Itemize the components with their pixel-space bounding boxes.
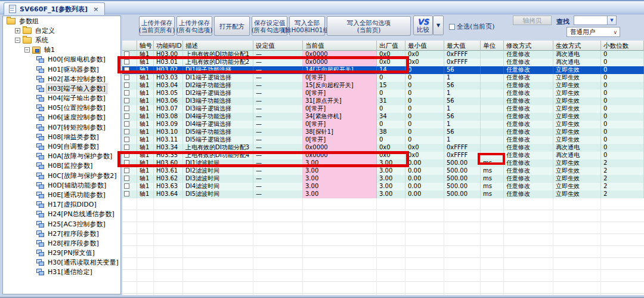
current-value-column-header[interactable]: 当前值 bbox=[303, 41, 377, 51]
tree-item-H24-PN总线通信参数-[interactable]: H24[PN总线通信参数] bbox=[3, 210, 120, 219]
table-row-H03.09[interactable]: 轴1H03.09DI4端子逻辑选择—0[常开]001任意修改立即生效0 bbox=[122, 121, 644, 128]
set-value-cell[interactable]: — bbox=[253, 175, 303, 183]
row-checkbox[interactable] bbox=[124, 75, 129, 80]
checkbox-icon[interactable] bbox=[449, 24, 455, 30]
tree-item-H00-伺服电机参数-[interactable]: H00[伺服电机参数] bbox=[3, 55, 120, 64]
tab-parameter-list[interactable]: SV660F_1[参数列表] × bbox=[4, 2, 105, 15]
table-row-H03.06[interactable]: 轴1H03.06DI3端子功能选择—31[原点开关]31056任意修改立即生效0 bbox=[122, 97, 644, 105]
select-all-checkbox[interactable]: 全选(当前页) bbox=[449, 22, 495, 31]
set-value-cell[interactable]: — bbox=[253, 191, 303, 198]
dropdown-arrow-icon[interactable]: ▼ bbox=[607, 16, 616, 24]
set-value-cell[interactable]: — bbox=[253, 128, 303, 136]
table-row-H03.64[interactable]: 轴1H03.64DI5滤波时间—3.003.000.00500.00ms任意修改… bbox=[122, 191, 644, 198]
compare-dropdown-button[interactable]: ▼ bbox=[433, 16, 444, 35]
tree-item-H06-速度控制参数-[interactable]: H06[速度控制参数] bbox=[3, 113, 120, 122]
tree-item-H0E-通讯功能参数-[interactable]: H0E[通讯功能参数] bbox=[3, 190, 120, 199]
write-all-button[interactable]: 写入全部(除H00和H01组) bbox=[289, 16, 325, 36]
row-checkbox[interactable] bbox=[124, 90, 129, 96]
row-checkbox[interactable] bbox=[124, 176, 129, 181]
effect-mode-column-header[interactable]: 生效方式 bbox=[553, 41, 601, 51]
table-row-H03.63[interactable]: 轴1H03.63DI4滤波时间—3.003.000.00500.00ms任意修改… bbox=[122, 183, 644, 191]
tree-item-H29-PN报文值-[interactable]: H29[PN报文值] bbox=[3, 248, 120, 258]
set-value-cell[interactable]: — bbox=[253, 82, 303, 90]
tree-item-H08-增益类参数-[interactable]: H08[增益类参数] bbox=[3, 132, 120, 142]
write-all-checked-button[interactable]: 写入全部勾选项(当前页) bbox=[327, 16, 411, 36]
function-code-column-header[interactable]: 功能码ID bbox=[154, 41, 183, 51]
set-value-cell[interactable]: — bbox=[253, 90, 303, 97]
expand-icon[interactable]: + bbox=[15, 28, 20, 33]
tree-item-H27-程序段参数-[interactable]: H27[程序段参数] bbox=[3, 229, 120, 238]
table-row-H03.05[interactable]: 轴1H03.05DI2端子逻辑选择—0[常开]001任意修改立即生效0 bbox=[122, 90, 644, 97]
unit-column-header[interactable]: 单位 bbox=[481, 41, 504, 51]
open-recipe-button[interactable]: 打开配方 bbox=[214, 16, 250, 36]
tree-item-H0C-故障与保护参数2-[interactable]: H0C[故障与保护参数2] bbox=[3, 171, 120, 180]
row-checkbox[interactable] bbox=[124, 168, 129, 173]
tree-item-H09-自调整参数-[interactable]: H09[自调整参数] bbox=[3, 142, 120, 151]
modify-mode-column-header[interactable]: 修改方式 bbox=[504, 41, 553, 51]
row-checkbox[interactable] bbox=[124, 98, 129, 103]
table-row-H03.04[interactable]: 轴1H03.04DI2端子功能选择—15[反向超程开关]15056任意修改立即生… bbox=[122, 82, 644, 90]
set-value-cell[interactable]: — bbox=[253, 113, 303, 121]
table-row-H03.62[interactable]: 轴1H03.62DI3滤波时间—3.003.000.00500.00ms任意修改… bbox=[122, 175, 644, 183]
tree-item-H31-通信给定-[interactable]: H31[通信给定] bbox=[3, 268, 120, 277]
search-input[interactable]: ▼ bbox=[574, 16, 617, 25]
table-row-H03.07[interactable]: 轴1H03.07DI3端子逻辑选择—0[常开]001任意修改立即生效0 bbox=[122, 105, 644, 113]
axis-column-header[interactable]: 轴号 bbox=[137, 41, 154, 51]
tree-item-H28-程序段参数-[interactable]: H28[程序段参数] bbox=[3, 238, 120, 248]
tree-item-H17-虚拟DIDO-[interactable]: H17[虚拟DIDO] bbox=[3, 200, 120, 210]
description-column-header[interactable]: 描述 bbox=[183, 41, 253, 51]
tree-item-H25-AC3控制参数-[interactable]: H25[AC3控制参数] bbox=[3, 219, 120, 229]
set-value-cell[interactable]: — bbox=[253, 167, 303, 175]
set-value-cell[interactable]: — bbox=[253, 121, 303, 128]
row-checkbox[interactable] bbox=[124, 113, 129, 119]
axis-copy-button[interactable]: 轴拷贝 bbox=[513, 16, 552, 25]
factory-value-column-header[interactable]: 出厂值 bbox=[377, 41, 405, 51]
row-checkbox[interactable] bbox=[124, 129, 129, 134]
set-value-column-header[interactable]: 设定值 bbox=[253, 41, 303, 51]
tree-item-H01-驱动器参数-[interactable]: H01[驱动器参数] bbox=[3, 64, 120, 74]
tree-item-H0D-辅助功能参数-[interactable]: H0D[辅助功能参数] bbox=[3, 180, 120, 190]
set-value-cell[interactable]: — bbox=[253, 136, 303, 144]
table-row-H03.08[interactable]: 轴1H03.08DI4端子功能选择—34[紧急停机]34056任意修改立即生效0 bbox=[122, 113, 644, 121]
row-checkbox[interactable] bbox=[124, 183, 129, 189]
compare-button[interactable]: VS 比较 bbox=[413, 16, 433, 35]
set-value-cell[interactable]: — bbox=[253, 74, 303, 82]
collapse-icon[interactable]: − bbox=[24, 47, 30, 53]
effect-mode-cell: 立即生效 bbox=[553, 136, 601, 144]
tree-item-H0B-监控参数-[interactable]: H0B[监控参数] bbox=[3, 161, 120, 171]
row-checkbox[interactable] bbox=[124, 137, 129, 142]
set-value-cell[interactable]: — bbox=[253, 105, 303, 113]
max-value-column-header[interactable]: 最大值 bbox=[444, 41, 481, 51]
tree-item-H04-端子输出参数-[interactable]: H04[端子输出参数] bbox=[3, 94, 120, 103]
row-checkbox[interactable] bbox=[124, 145, 129, 150]
tree-item-参数组[interactable]: 参数组 bbox=[3, 16, 120, 26]
decimal-places-column-header[interactable]: 小数位数 bbox=[601, 41, 644, 51]
tab-close-icon[interactable]: × bbox=[93, 5, 98, 13]
tree-item-系统[interactable]: −系统 bbox=[3, 35, 120, 45]
user-level-select[interactable]: 普通用户 ∨ bbox=[566, 27, 620, 37]
tree-item-H05-位置控制参数-[interactable]: H05[位置控制参数] bbox=[3, 103, 120, 113]
tree-item-轴1[interactable]: −轴1 bbox=[3, 45, 120, 55]
upload-save-checked-button[interactable]: 上传并保存(所有勾选项) bbox=[177, 16, 212, 36]
tree-item-H0A-故障与保护参数-[interactable]: H0A[故障与保护参数] bbox=[3, 152, 120, 161]
tree-item-H30-通讯读取相关变量-[interactable]: H30[通讯读取相关变量] bbox=[3, 258, 120, 268]
table-row-H03.10[interactable]: 轴1H03.10DI5端子功能选择—38[探针1]38056任意修改立即生效0 bbox=[122, 128, 644, 136]
set-value-cell[interactable]: — bbox=[253, 97, 303, 105]
tree-item-H07-转矩控制参数-[interactable]: H07[转矩控制参数] bbox=[3, 122, 120, 132]
tree-item-H03-端子输入参数-[interactable]: H03[端子输入参数] bbox=[3, 84, 120, 93]
row-checkbox[interactable] bbox=[124, 121, 129, 127]
table-row-H03.61[interactable]: 轴1H03.61DI2滤波时间—3.003.000.00500.00ms任意修改… bbox=[122, 167, 644, 175]
min-value-column-header[interactable]: 最小值 bbox=[405, 41, 444, 51]
collapse-icon[interactable]: − bbox=[15, 38, 20, 43]
upload-save-current-page-button[interactable]: 上传并保存(当前页所有) bbox=[139, 16, 175, 36]
table-row-H03.11[interactable]: 轴1H03.11DI5端子逻辑选择—0[常开]001任意修改立即生效0 bbox=[122, 136, 644, 144]
row-checkbox[interactable] bbox=[124, 82, 129, 88]
tree-item-自定义[interactable]: +自定义 bbox=[3, 26, 120, 35]
checkbox-column-header[interactable] bbox=[122, 41, 137, 51]
row-checkbox[interactable] bbox=[124, 106, 129, 111]
tree-item-H02-基本控制参数-[interactable]: H02[基本控制参数] bbox=[3, 74, 120, 84]
row-checkbox[interactable] bbox=[124, 191, 129, 196]
table-row-H03.03[interactable]: 轴1H03.03DI1端子逻辑选择—0[常开]001任意修改立即生效0 bbox=[122, 74, 644, 82]
set-value-cell[interactable]: — bbox=[253, 183, 303, 191]
effect-mode-cell: 再次通电 bbox=[553, 51, 601, 59]
